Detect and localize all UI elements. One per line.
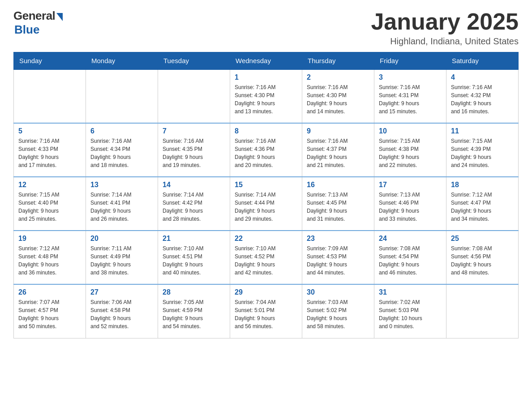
calendar-cell: 26Sunrise: 7:07 AMSunset: 4:57 PMDayligh… (14, 284, 86, 338)
calendar-cell: 17Sunrise: 7:13 AMSunset: 4:46 PMDayligh… (374, 177, 446, 231)
cell-day-number: 9 (307, 127, 369, 135)
title-section: January 2025 Highland, Indiana, United S… (371, 9, 519, 47)
cell-day-number: 6 (90, 127, 153, 135)
calendar-cell: 25Sunrise: 7:08 AMSunset: 4:56 PMDayligh… (446, 231, 519, 284)
calendar-header-monday: Monday (86, 52, 158, 70)
cell-info-text: Sunrise: 7:04 AMSunset: 5:01 PMDaylight:… (235, 298, 297, 330)
calendar-header-row: SundayMondayTuesdayWednesdayThursdayFrid… (14, 52, 519, 70)
calendar-header-wednesday: Wednesday (230, 52, 302, 70)
cell-day-number: 12 (18, 181, 81, 189)
cell-day-number: 17 (379, 181, 442, 189)
cell-day-number: 3 (379, 73, 442, 81)
cell-day-number: 25 (451, 235, 514, 243)
cell-day-number: 14 (163, 181, 225, 189)
calendar-cell: 16Sunrise: 7:13 AMSunset: 4:45 PMDayligh… (302, 177, 374, 231)
calendar-cell: 8Sunrise: 7:16 AMSunset: 4:36 PMDaylight… (230, 123, 302, 177)
calendar-cell: 6Sunrise: 7:16 AMSunset: 4:34 PMDaylight… (86, 123, 158, 177)
cell-day-number: 28 (163, 288, 225, 296)
cell-info-text: Sunrise: 7:16 AMSunset: 4:37 PMDaylight:… (307, 137, 369, 169)
cell-day-number: 5 (18, 127, 81, 135)
cell-info-text: Sunrise: 7:13 AMSunset: 4:45 PMDaylight:… (307, 191, 369, 223)
cell-day-number: 23 (307, 235, 369, 243)
cell-info-text: Sunrise: 7:16 AMSunset: 4:30 PMDaylight:… (235, 83, 297, 116)
cell-info-text: Sunrise: 7:16 AMSunset: 4:34 PMDaylight:… (90, 137, 153, 169)
calendar-header-tuesday: Tuesday (158, 52, 230, 70)
cell-day-number: 29 (235, 288, 297, 296)
cell-info-text: Sunrise: 7:13 AMSunset: 4:46 PMDaylight:… (379, 191, 442, 223)
cell-info-text: Sunrise: 7:14 AMSunset: 4:41 PMDaylight:… (90, 191, 153, 223)
cell-day-number: 7 (163, 127, 225, 135)
cell-info-text: Sunrise: 7:11 AMSunset: 4:49 PMDaylight:… (90, 244, 153, 277)
calendar-cell: 11Sunrise: 7:15 AMSunset: 4:39 PMDayligh… (446, 123, 519, 177)
cell-info-text: Sunrise: 7:16 AMSunset: 4:32 PMDaylight:… (451, 83, 514, 116)
calendar-cell: 24Sunrise: 7:08 AMSunset: 4:54 PMDayligh… (374, 231, 446, 284)
cell-day-number: 8 (235, 127, 297, 135)
calendar-cell: 18Sunrise: 7:12 AMSunset: 4:47 PMDayligh… (446, 177, 519, 231)
calendar-cell: 2Sunrise: 7:16 AMSunset: 4:30 PMDaylight… (302, 69, 374, 123)
calendar-cell: 14Sunrise: 7:14 AMSunset: 4:42 PMDayligh… (158, 177, 230, 231)
logo-arrow-icon (56, 13, 63, 21)
calendar-cell: 5Sunrise: 7:16 AMSunset: 4:33 PMDaylight… (14, 123, 86, 177)
cell-day-number: 22 (235, 235, 297, 243)
cell-info-text: Sunrise: 7:14 AMSunset: 4:42 PMDaylight:… (163, 191, 225, 223)
calendar-header-thursday: Thursday (302, 52, 374, 70)
cell-day-number: 30 (307, 288, 369, 296)
cell-day-number: 1 (235, 73, 297, 81)
location: Highland, Indiana, United States (371, 36, 519, 47)
cell-info-text: Sunrise: 7:05 AMSunset: 4:59 PMDaylight:… (163, 298, 225, 330)
calendar-cell: 22Sunrise: 7:10 AMSunset: 4:52 PMDayligh… (230, 231, 302, 284)
calendar-cell: 21Sunrise: 7:10 AMSunset: 4:51 PMDayligh… (158, 231, 230, 284)
cell-info-text: Sunrise: 7:09 AMSunset: 4:53 PMDaylight:… (307, 244, 369, 277)
cell-day-number: 27 (90, 288, 153, 296)
cell-day-number: 19 (18, 235, 81, 243)
calendar-cell: 12Sunrise: 7:15 AMSunset: 4:40 PMDayligh… (14, 177, 86, 231)
calendar-cell: 30Sunrise: 7:03 AMSunset: 5:02 PMDayligh… (302, 284, 374, 338)
cell-info-text: Sunrise: 7:12 AMSunset: 4:48 PMDaylight:… (18, 244, 81, 277)
cell-day-number: 26 (18, 288, 81, 296)
calendar-header-sunday: Sunday (14, 52, 86, 70)
cell-info-text: Sunrise: 7:16 AMSunset: 4:31 PMDaylight:… (379, 83, 442, 116)
month-title: January 2025 (371, 9, 519, 34)
calendar-cell: 31Sunrise: 7:02 AMSunset: 5:03 PMDayligh… (374, 284, 446, 338)
calendar-cell: 29Sunrise: 7:04 AMSunset: 5:01 PMDayligh… (230, 284, 302, 338)
calendar-cell (86, 69, 158, 123)
calendar-week-row: 5Sunrise: 7:16 AMSunset: 4:33 PMDaylight… (14, 123, 519, 177)
logo-blue-text: Blue (14, 23, 39, 37)
calendar-week-row: 12Sunrise: 7:15 AMSunset: 4:40 PMDayligh… (14, 177, 519, 231)
cell-day-number: 16 (307, 181, 369, 189)
calendar-week-row: 19Sunrise: 7:12 AMSunset: 4:48 PMDayligh… (14, 231, 519, 284)
calendar-cell: 9Sunrise: 7:16 AMSunset: 4:37 PMDaylight… (302, 123, 374, 177)
calendar-cell: 4Sunrise: 7:16 AMSunset: 4:32 PMDaylight… (446, 69, 519, 123)
calendar-week-row: 26Sunrise: 7:07 AMSunset: 4:57 PMDayligh… (14, 284, 519, 338)
calendar-cell: 28Sunrise: 7:05 AMSunset: 4:59 PMDayligh… (158, 284, 230, 338)
cell-day-number: 21 (163, 235, 225, 243)
cell-info-text: Sunrise: 7:10 AMSunset: 4:52 PMDaylight:… (235, 244, 297, 277)
cell-info-text: Sunrise: 7:15 AMSunset: 4:38 PMDaylight:… (379, 137, 442, 169)
cell-day-number: 4 (451, 73, 514, 81)
cell-info-text: Sunrise: 7:06 AMSunset: 4:58 PMDaylight:… (90, 298, 153, 330)
calendar-week-row: 1Sunrise: 7:16 AMSunset: 4:30 PMDaylight… (14, 69, 519, 123)
cell-info-text: Sunrise: 7:08 AMSunset: 4:56 PMDaylight:… (451, 244, 514, 277)
cell-info-text: Sunrise: 7:07 AMSunset: 4:57 PMDaylight:… (18, 298, 81, 330)
calendar-cell: 20Sunrise: 7:11 AMSunset: 4:49 PMDayligh… (86, 231, 158, 284)
calendar-cell: 1Sunrise: 7:16 AMSunset: 4:30 PMDaylight… (230, 69, 302, 123)
cell-day-number: 18 (451, 181, 514, 189)
calendar-cell: 15Sunrise: 7:14 AMSunset: 4:44 PMDayligh… (230, 177, 302, 231)
calendar-cell: 19Sunrise: 7:12 AMSunset: 4:48 PMDayligh… (14, 231, 86, 284)
cell-info-text: Sunrise: 7:16 AMSunset: 4:35 PMDaylight:… (163, 137, 225, 169)
cell-day-number: 2 (307, 73, 369, 81)
cell-info-text: Sunrise: 7:16 AMSunset: 4:33 PMDaylight:… (18, 137, 81, 169)
calendar-cell: 27Sunrise: 7:06 AMSunset: 4:58 PMDayligh… (86, 284, 158, 338)
calendar-cell: 23Sunrise: 7:09 AMSunset: 4:53 PMDayligh… (302, 231, 374, 284)
cell-info-text: Sunrise: 7:16 AMSunset: 4:30 PMDaylight:… (307, 83, 369, 116)
cell-info-text: Sunrise: 7:16 AMSunset: 4:36 PMDaylight:… (235, 137, 297, 169)
cell-day-number: 10 (379, 127, 442, 135)
cell-info-text: Sunrise: 7:02 AMSunset: 5:03 PMDaylight:… (379, 298, 442, 330)
cell-info-text: Sunrise: 7:08 AMSunset: 4:54 PMDaylight:… (379, 244, 442, 277)
page-header: General Blue January 2025 Highland, Indi… (13, 9, 519, 47)
cell-info-text: Sunrise: 7:10 AMSunset: 4:51 PMDaylight:… (163, 244, 225, 277)
logo-general-text: General (13, 9, 55, 23)
calendar-cell (158, 69, 230, 123)
cell-day-number: 15 (235, 181, 297, 189)
calendar-table: SundayMondayTuesdayWednesdayThursdayFrid… (13, 52, 519, 338)
